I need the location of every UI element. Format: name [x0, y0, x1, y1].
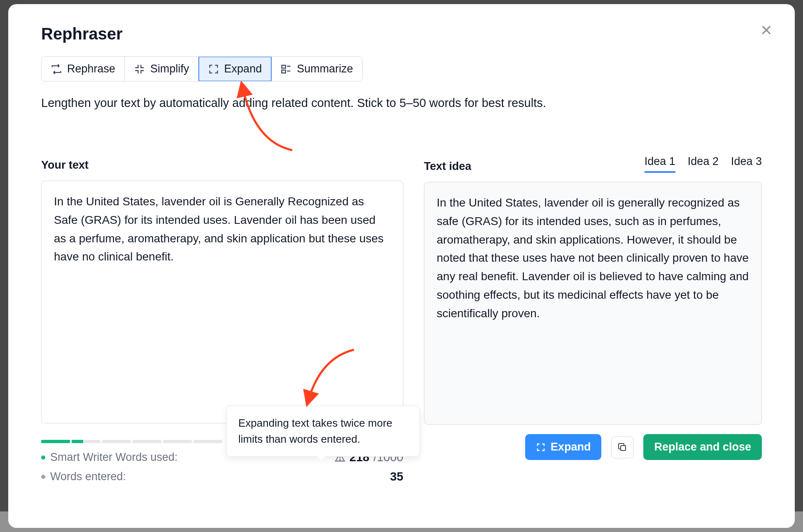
dot-icon: [41, 475, 45, 479]
svg-point-5: [340, 459, 340, 460]
action-row: Expand Replace and close: [525, 434, 762, 460]
replace-and-close-button[interactable]: Replace and close: [643, 434, 762, 460]
dot-icon: [41, 455, 45, 460]
idea-tab-3[interactable]: Idea 3: [731, 155, 762, 173]
rephrase-icon: [51, 63, 62, 75]
copy-button[interactable]: [611, 436, 633, 458]
tab-summarize[interactable]: Summarize: [271, 57, 362, 81]
simplify-icon: [134, 63, 145, 75]
tab-label: Rephrase: [67, 63, 115, 75]
close-icon: [760, 23, 773, 37]
stat-words-entered: Words entered: 35: [41, 470, 403, 483]
tab-label: Simplify: [150, 63, 189, 75]
progress-seg: [193, 440, 222, 443]
progress-seg: [102, 440, 131, 443]
progress-seg: [163, 440, 192, 443]
rephraser-modal: Rephraser Rephrase Simplify Expand Summa…: [8, 4, 795, 528]
your-text-input[interactable]: In the United States, lavender oil is Ge…: [41, 181, 403, 423]
idea-tab-1[interactable]: Idea 1: [645, 155, 675, 173]
button-label: Replace and close: [654, 441, 751, 453]
idea-tab-2[interactable]: Idea 2: [688, 155, 719, 173]
stat-entered: 35: [390, 470, 403, 483]
summarize-icon: [280, 63, 292, 75]
text-idea-label: Text idea: [424, 160, 471, 173]
mode-tabs: Rephrase Simplify Expand Summarize: [41, 56, 363, 81]
stat-label: Smart Writer Words used:: [50, 451, 178, 464]
limit-tooltip: Expanding text takes twice more limits t…: [226, 406, 420, 457]
expand-button[interactable]: Expand: [525, 434, 602, 460]
idea-tabs: Idea 1 Idea 2 Idea 3: [645, 155, 762, 173]
tab-expand[interactable]: Expand: [199, 57, 272, 81]
button-label: Expand: [551, 441, 591, 453]
copy-icon: [617, 442, 627, 452]
text-idea-output[interactable]: In the United States, lavender oil is ge…: [424, 182, 762, 425]
svg-rect-2: [282, 70, 286, 73]
svg-rect-0: [282, 65, 286, 68]
tab-simplify[interactable]: Simplify: [125, 57, 199, 81]
svg-rect-6: [621, 446, 626, 451]
progress-seg: [133, 440, 161, 443]
your-text-label: Your text: [41, 159, 88, 172]
mode-hint: Lengthen your text by automatically addi…: [41, 96, 762, 110]
tab-rephrase[interactable]: Rephrase: [42, 57, 125, 81]
modal-title: Rephraser: [41, 25, 762, 43]
usage-progress: [41, 440, 222, 443]
progress-seg: [41, 440, 70, 443]
tab-label: Summarize: [297, 63, 353, 75]
stat-label: Words entered:: [50, 470, 126, 483]
close-button[interactable]: [758, 21, 775, 39]
tab-label: Expand: [224, 63, 262, 75]
expand-icon: [536, 442, 546, 452]
progress-seg: [72, 440, 100, 443]
expand-icon: [208, 63, 219, 75]
